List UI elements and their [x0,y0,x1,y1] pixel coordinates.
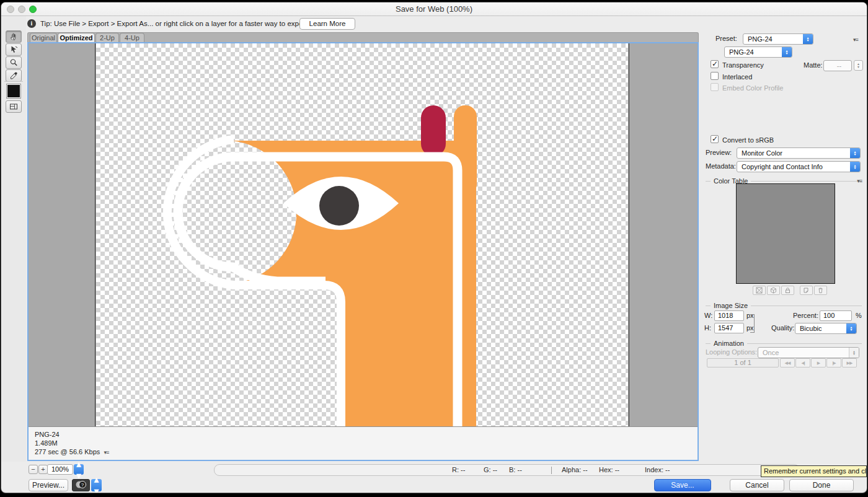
color-swatch[interactable] [6,84,21,99]
stepper-icon: ▴▾ [849,348,859,358]
lock-icon [784,287,791,294]
transparency-map-icon [756,287,763,294]
slice-select-icon [9,45,19,54]
lock-color-button[interactable] [781,286,794,295]
check-icon: ✓ [712,134,718,143]
tab-original[interactable]: Original [30,33,57,43]
optimized-preview-pane[interactable]: PNG-24 1.489M 277 sec @ 56.6 Kbps ▾≡ [27,42,699,461]
stepper-icon: ▴▾ [850,148,860,158]
settings-panel: Preset: PNG-24 ▴▾ ▾≡ PNG-24 ▴▾ ✓ Transpa… [701,2,867,493]
web-shift-button[interactable] [767,286,780,295]
matte-label: Matte: [804,60,823,71]
tab-4-up[interactable]: 4-Up [120,33,144,43]
preset-menu-icon[interactable]: ▾≡ [853,35,858,45]
matte-stepper-icon[interactable]: ▴▾ [854,60,863,71]
metadata-dropdown[interactable]: Copyright and Contact Info ▴▾ [737,161,861,172]
stepper-icon: ▴▾ [782,47,792,57]
new-color-icon [803,287,810,294]
tab-optimized[interactable]: Optimized [58,33,95,43]
play-button[interactable]: ▶ [811,358,826,367]
save-button[interactable]: Save... [654,479,711,491]
hex-readout: Hex: -- [599,465,619,475]
image-size-header: Image Size [706,301,862,310]
metadata-value: Copyright and Contact Info [742,162,849,172]
tab-2-up[interactable]: 2-Up [95,33,119,43]
matte-value: -- [828,61,850,71]
preview-mode-dropdown[interactable]: Monitor Color ▴▾ [737,147,861,159]
first-frame-button[interactable]: ◀◀ [780,358,795,367]
percent-label: Percent: [793,310,818,321]
canvas-pasteboard-left [29,43,95,426]
next-frame-button[interactable]: |▶ [826,358,841,367]
height-label: H: [704,323,711,333]
zoom-out-button[interactable]: − [29,465,38,474]
matte-dropdown[interactable]: -- [823,60,852,71]
preview-mode-value: Monitor Color [742,148,849,158]
preset-dropdown[interactable]: PNG-24 ▴▾ [743,33,813,45]
color-table-menu-icon[interactable]: ▾≡ [857,178,862,184]
transparency-checkbox[interactable]: ✓ [711,60,719,68]
tool-bar [1,16,26,462]
interlaced-checkbox[interactable] [711,72,719,80]
readout-divider [551,467,552,474]
hand-icon [9,32,19,41]
optimized-download-time: 277 sec @ 56.6 Kbps ▾≡ [35,447,698,457]
zoom-in-button[interactable]: + [38,465,48,474]
green-readout: G: -- [484,465,497,475]
format-value: PNG-24 [729,47,781,57]
browser-select-button[interactable]: ? [72,479,90,491]
toggle-slices-icon [9,102,19,111]
convert-srgb-checkbox[interactable]: ✓ [711,135,719,143]
optimized-format: PNG-24 [35,430,698,439]
zoom-level-field[interactable]: 100% [47,464,73,475]
browser-preview-icon: ? [74,480,88,490]
preset-value: PNG-24 [748,34,802,44]
download-speed-menu-icon[interactable]: ▾≡ [104,449,108,455]
index-readout: Index: -- [645,465,670,475]
eyedropper-tool-button[interactable] [6,69,22,82]
toggle-slices-button[interactable] [6,100,22,113]
previous-frame-button[interactable]: ◀| [795,358,810,367]
giraffe-pupil [319,186,359,226]
zoom-tool-icon [9,58,19,67]
map-transparency-button[interactable] [753,286,766,295]
zoom-tool-button[interactable] [6,56,22,69]
embed-color-profile-checkbox[interactable] [711,83,719,91]
image-size-label: Image Size [714,302,748,309]
new-color-button[interactable] [800,286,813,295]
cancel-button[interactable]: Cancel [730,479,784,491]
width-label: W: [704,310,712,321]
transparency-checkerboard[interactable] [96,43,628,426]
done-button[interactable]: Done [789,479,854,491]
height-input[interactable]: 1547 [714,323,744,333]
delete-color-button[interactable] [814,286,827,295]
looping-options-label: Looping Options: [706,347,757,358]
width-input[interactable]: 1018 [714,310,744,321]
download-time-text: 277 sec @ 56.6 Kbps [35,448,100,455]
learn-more-button[interactable]: Learn More [299,18,355,30]
browser-stepper-icon[interactable]: ▴▾ [91,479,102,491]
format-dropdown[interactable]: PNG-24 ▴▾ [724,46,792,58]
preview-in-browser-button[interactable]: Preview... [29,479,68,491]
tip-text: Tip: Use File > Export > Export As... or… [40,16,330,31]
check-icon: ✓ [712,59,718,68]
stepper-icon: ▴▾ [803,34,813,44]
color-table-swatches[interactable] [736,183,835,284]
percent-input[interactable]: 100 [820,310,852,321]
info-icon: i [27,19,36,28]
quality-dropdown[interactable]: Bicubic ▴▾ [795,323,857,334]
toolbar-separator [4,81,23,82]
convert-srgb-label: Convert to sRGB [722,135,774,146]
slice-select-tool-button[interactable] [6,43,22,56]
canvas-pasteboard-right [629,43,698,426]
save-for-web-dialog: Save for Web (100%) i Tip: Use File > Ex… [1,2,867,493]
web-shift-cube-icon [770,287,777,294]
looping-options-dropdown[interactable]: Once ▴▾ [758,347,859,358]
preset-label: Preset: [715,33,737,44]
zoom-stepper-icon[interactable]: ▴▾ [74,464,84,475]
alpha-readout: Alpha: -- [562,465,588,475]
color-readout-bar: R: -- G: -- B: -- Alpha: -- Hex: -- Inde… [214,464,800,476]
last-frame-button[interactable]: ▶▶ [842,358,857,367]
hand-tool-button[interactable] [6,30,22,43]
height-unit: px [746,323,754,333]
